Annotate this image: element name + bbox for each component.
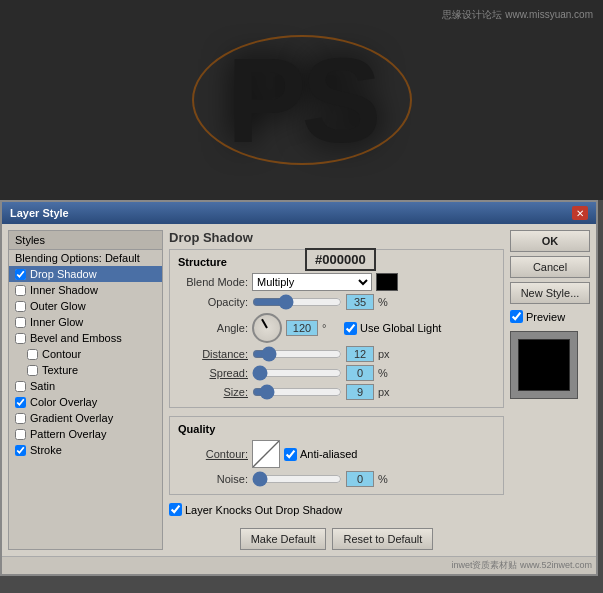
- stroke-checkbox[interactable]: [15, 445, 26, 456]
- layer-knocks-text: Layer Knocks Out Drop Shadow: [185, 504, 342, 516]
- drop-shadow-label: Drop Shadow: [30, 268, 97, 280]
- distance-unit: px: [378, 348, 396, 360]
- satin-item[interactable]: Satin: [9, 378, 162, 394]
- color-overlay-item[interactable]: Color Overlay: [9, 394, 162, 410]
- middle-panel: Drop Shadow Structure #000000 Blend Mode…: [169, 230, 504, 550]
- anti-aliased-checkbox[interactable]: [284, 448, 297, 461]
- blending-options-item[interactable]: Blending Options: Default: [9, 250, 162, 266]
- angle-unit: °: [322, 322, 340, 334]
- cancel-button[interactable]: Cancel: [510, 256, 590, 278]
- texture-item[interactable]: Texture: [9, 362, 162, 378]
- layer-knocks-checkbox[interactable]: [169, 503, 182, 516]
- use-global-light-text: Use Global Light: [360, 322, 441, 334]
- use-global-light-checkbox[interactable]: [344, 322, 357, 335]
- pattern-overlay-checkbox[interactable]: [15, 429, 26, 440]
- color-overlay-checkbox[interactable]: [15, 397, 26, 408]
- bottom-buttons: Make Default Reset to Default: [169, 528, 504, 550]
- inner-glow-checkbox[interactable]: [15, 317, 26, 328]
- blend-mode-row: Blend Mode: Multiply Normal Screen: [178, 273, 495, 291]
- satin-checkbox[interactable]: [15, 381, 26, 392]
- contour-svg: [253, 441, 279, 467]
- spread-slider[interactable]: [252, 367, 342, 379]
- gradient-overlay-checkbox[interactable]: [15, 413, 26, 424]
- preview-thumb-inner: [518, 339, 570, 391]
- spread-unit: %: [378, 367, 396, 379]
- noise-input[interactable]: [346, 471, 374, 487]
- new-style-button[interactable]: New Style...: [510, 282, 590, 304]
- inner-glow-item[interactable]: Inner Glow: [9, 314, 162, 330]
- use-global-light-label[interactable]: Use Global Light: [344, 322, 441, 335]
- dialog-title: Layer Style: [10, 207, 69, 219]
- outer-glow-checkbox[interactable]: [15, 301, 26, 312]
- section-title: Drop Shadow: [169, 230, 504, 245]
- reset-default-button[interactable]: Reset to Default: [332, 528, 433, 550]
- opacity-slider-container: %: [252, 294, 396, 310]
- angle-input[interactable]: [286, 320, 318, 336]
- spread-row: Spread: %: [178, 365, 495, 381]
- color-hash-display: #000000: [305, 248, 376, 271]
- contour-preview[interactable]: [252, 440, 280, 468]
- outer-glow-label: Outer Glow: [30, 300, 86, 312]
- dial-needle: [261, 319, 268, 329]
- drop-shadow-checkbox[interactable]: [15, 269, 26, 280]
- contour-item[interactable]: Contour: [9, 346, 162, 362]
- outer-glow-item[interactable]: Outer Glow: [9, 298, 162, 314]
- dialog-titlebar: Layer Style ✕: [2, 202, 596, 224]
- angle-dial[interactable]: [252, 313, 282, 343]
- watermark-top: 思缘设计论坛 www.missyuan.com: [442, 8, 593, 22]
- blend-mode-label: Blend Mode:: [178, 276, 248, 288]
- bevel-emboss-label: Bevel and Emboss: [30, 332, 122, 344]
- right-panel: OK Cancel New Style... Preview: [510, 230, 590, 550]
- texture-checkbox[interactable]: [27, 365, 38, 376]
- noise-slider[interactable]: [252, 473, 342, 485]
- anti-aliased-text: Anti-aliased: [300, 448, 357, 460]
- structure-section: Structure #000000 Blend Mode: Multiply N…: [169, 249, 504, 408]
- distance-slider[interactable]: [252, 348, 342, 360]
- opacity-input[interactable]: [346, 294, 374, 310]
- ok-button[interactable]: OK: [510, 230, 590, 252]
- opacity-slider[interactable]: [252, 296, 342, 308]
- opacity-unit: %: [378, 296, 396, 308]
- stroke-item[interactable]: Stroke: [9, 442, 162, 458]
- pattern-overlay-item[interactable]: Pattern Overlay: [9, 426, 162, 442]
- bevel-emboss-item[interactable]: Bevel and Emboss: [9, 330, 162, 346]
- left-panel: Styles Blending Options: Default Drop Sh…: [8, 230, 163, 550]
- inner-glow-label: Inner Glow: [30, 316, 83, 328]
- make-default-button[interactable]: Make Default: [240, 528, 327, 550]
- preview-checkbox[interactable]: [510, 310, 523, 323]
- inner-shadow-item[interactable]: Inner Shadow: [9, 282, 162, 298]
- blend-mode-select[interactable]: Multiply Normal Screen: [252, 273, 372, 291]
- anti-aliased-label[interactable]: Anti-aliased: [284, 448, 357, 461]
- size-unit: px: [378, 386, 396, 398]
- preview-checkbox-label[interactable]: Preview: [510, 310, 590, 323]
- distance-row: Distance: px: [178, 346, 495, 362]
- texture-label: Texture: [42, 364, 78, 376]
- preview-thumbnail: [510, 331, 578, 399]
- inner-shadow-checkbox[interactable]: [15, 285, 26, 296]
- contour-label: Contour:: [178, 448, 248, 460]
- gradient-overlay-item[interactable]: Gradient Overlay: [9, 410, 162, 426]
- noise-unit: %: [378, 473, 396, 485]
- layer-knocks-label[interactable]: Layer Knocks Out Drop Shadow: [169, 503, 504, 516]
- shadow-color-swatch[interactable]: [376, 273, 398, 291]
- close-button[interactable]: ✕: [572, 206, 588, 220]
- stroke-label: Stroke: [30, 444, 62, 456]
- bevel-emboss-checkbox[interactable]: [15, 333, 26, 344]
- distance-input[interactable]: [346, 346, 374, 362]
- size-label: Size:: [178, 386, 248, 398]
- dialog-body: Styles Blending Options: Default Drop Sh…: [2, 224, 596, 556]
- gradient-overlay-label: Gradient Overlay: [30, 412, 113, 424]
- angle-label: Angle:: [178, 322, 248, 334]
- spread-input[interactable]: [346, 365, 374, 381]
- size-input[interactable]: [346, 384, 374, 400]
- satin-label: Satin: [30, 380, 55, 392]
- noise-label: Noise:: [178, 473, 248, 485]
- contour-checkbox[interactable]: [27, 349, 38, 360]
- styles-header: Styles: [9, 231, 162, 250]
- quality-section: Quality Contour: Anti-aliased: [169, 416, 504, 495]
- opacity-row: Opacity: %: [178, 294, 495, 310]
- drop-shadow-item[interactable]: Drop Shadow: [9, 266, 162, 282]
- layer-style-dialog: Layer Style ✕ Styles Blending Options: D…: [0, 200, 598, 576]
- size-slider[interactable]: [252, 386, 342, 398]
- preview-text: PS: [226, 31, 376, 169]
